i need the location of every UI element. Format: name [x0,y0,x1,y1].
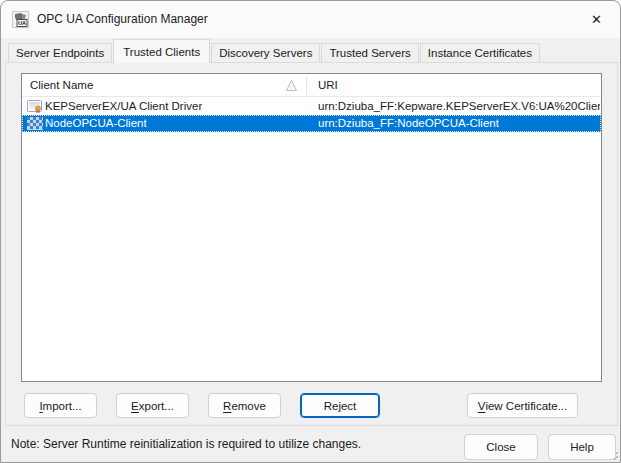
label-part: xport... [139,400,174,412]
uri-cell: urn:Dziuba_FF:NodeOPCUA-Client [318,115,499,132]
window-title: OPC UA Configuration Manager [37,1,208,38]
tab-label: Discovery Servers [219,47,312,59]
tab-instance-certificates[interactable]: Instance Certificates [420,43,540,62]
opc-ua-configuration-manager-dialog: UA OPC UA Configuration Manager ✕ Server… [0,0,621,463]
tab-label: Trusted Servers [329,47,410,59]
uri-cell: urn:Dziuba_FF:Kepware.KEPServerEX.V6:UA%… [318,98,600,115]
table-row-selected[interactable]: NodeOPCUA-Client urn:Dziuba_FF:NodeOPCUA… [22,115,601,132]
export-button[interactable]: Export... [116,393,189,418]
list-header: Client Name URI [22,74,601,97]
label-part: emove [231,400,266,412]
reject-button[interactable]: Reject [300,393,380,418]
close-window-button[interactable]: ✕ [574,2,619,37]
tab-trusted-clients[interactable]: Trusted Clients [113,39,210,63]
sort-ascending-icon [285,79,298,92]
column-header-client-name[interactable]: Client Name [30,74,93,97]
close-icon: ✕ [591,12,602,27]
tab-label: Server Endpoints [16,47,104,59]
view-certificate-button[interactable]: View Certificate... [467,393,578,418]
tab-trusted-servers[interactable]: Trusted Servers [321,43,418,62]
label-mnemonic: R [223,400,231,412]
tab-label: Trusted Clients [123,46,200,58]
remove-button[interactable]: Remove [208,393,281,418]
tab-server-endpoints[interactable]: Server Endpoints [8,43,112,62]
pending-certificate-icon [27,117,43,130]
table-row[interactable]: KEPServerEX/UA Client Driver urn:Dziuba_… [22,98,601,115]
label-part: Help [570,441,594,453]
tab-discovery-servers[interactable]: Discovery Servers [211,43,320,62]
tab-strip: Server Endpoints Trusted Clients Discove… [8,39,541,63]
help-button[interactable]: Help [548,434,616,460]
import-button[interactable]: Import... [24,393,97,418]
svg-text:UA: UA [18,20,26,26]
column-header-uri[interactable]: URI [318,74,338,97]
label-mnemonic: E [131,400,139,412]
client-name-cell: KEPServerEX/UA Client Driver [45,98,202,115]
tab-label: Instance Certificates [428,47,532,59]
label-part: iew Certificate... [485,400,567,412]
runtime-note: Note: Server Runtime reinitialization is… [11,426,361,463]
title-bar: UA OPC UA Configuration Manager ✕ [1,1,620,38]
trusted-clients-list: Client Name URI KEPServerEX/UA Client Dr… [21,73,602,382]
client-name-cell: NodeOPCUA-Client [45,115,147,132]
certificate-icon [27,100,43,113]
opc-ua-app-icon: UA [12,11,29,28]
close-dialog-button[interactable]: Close [464,434,538,460]
label-part: Reject [324,400,357,412]
label-part: Close [486,441,515,453]
label-mnemonic: V [478,400,486,412]
label-part: mport... [43,400,82,412]
column-divider[interactable] [306,76,307,95]
